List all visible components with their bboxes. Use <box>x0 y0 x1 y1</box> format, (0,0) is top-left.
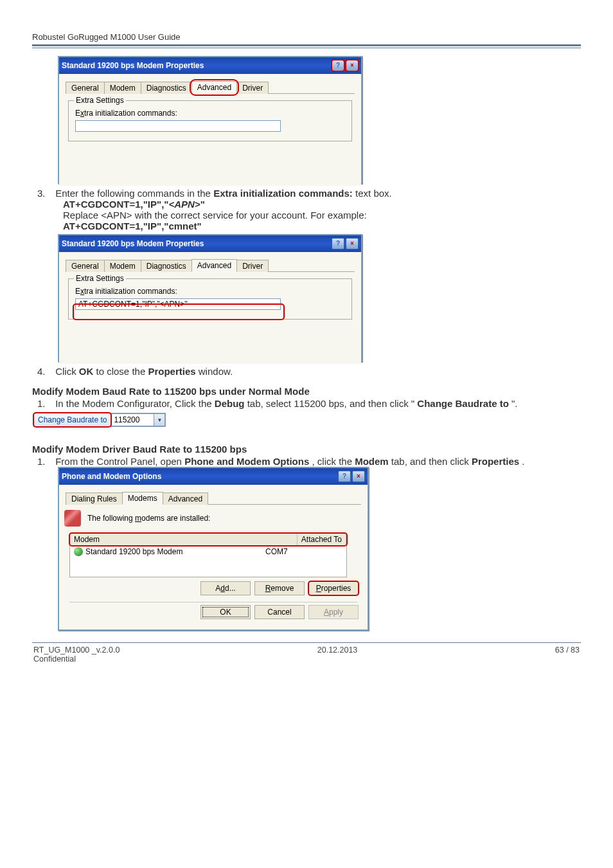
list-number: 3. <box>37 188 53 199</box>
body-text: Click <box>55 366 79 377</box>
ok-button[interactable]: OK <box>200 605 251 619</box>
tab-modems[interactable]: Modems <box>122 492 163 505</box>
body-text: Modem <box>355 456 389 467</box>
apply-button[interactable]: Apply <box>308 605 359 619</box>
footer-page: 63 / 83 <box>555 646 580 664</box>
dialog-title: Phone and Modem Options <box>62 472 161 481</box>
body-text: , click the <box>312 456 355 467</box>
tabstrip: General Modem Diagnostics Advanced Drive… <box>66 257 355 272</box>
field-label: Extra initialization commands: <box>75 287 345 296</box>
table-row[interactable]: Standard 19200 bps Modem COM7 <box>70 546 346 557</box>
remove-button[interactable]: Remove <box>254 581 305 595</box>
modem-properties-dialog: Standard 19200 bps Modem Properties ? × … <box>58 56 362 184</box>
tabstrip: General Modem Diagnostics Advanced Drive… <box>66 79 355 94</box>
body-text: <APN> <box>168 199 200 210</box>
body-text: text box. <box>355 188 392 199</box>
close-icon[interactable]: × <box>352 471 365 482</box>
body-text: OK <box>79 366 94 377</box>
dialog-title: Standard 19200 bps Modem Properties <box>62 61 204 70</box>
field-label: Extra initialization commands: <box>75 109 345 118</box>
extra-settings-group: Extra Settings Extra initialization comm… <box>68 278 352 320</box>
footer-confidential: Confidential <box>33 655 120 664</box>
footer-doc-id: RT_UG_M1000 _v.2.0.0 <box>33 646 120 655</box>
tab-dialing-rules[interactable]: Dialing Rules <box>66 493 123 505</box>
footer-date: 20.12.2013 <box>120 646 555 664</box>
modem-table: Modem Attached To Standard 19200 bps Mod… <box>69 533 347 577</box>
body-text: AT+CGDCONT=1,"IP","cmnet" <box>37 221 581 231</box>
cancel-button[interactable]: Cancel <box>254 605 305 619</box>
body-text: tab, and then click <box>391 456 472 467</box>
group-legend: Extra Settings <box>74 96 126 105</box>
phone-modem-icon <box>64 510 81 527</box>
modem-properties-dialog-2: Standard 19200 bps Modem Properties ? × … <box>58 234 362 362</box>
col-attached[interactable]: Attached To <box>298 534 346 545</box>
baudrate-input[interactable] <box>111 413 154 426</box>
extra-settings-group: Extra Settings Extra initialization comm… <box>68 100 352 141</box>
help-icon[interactable]: ? <box>332 60 344 71</box>
extra-init-input[interactable] <box>75 120 281 132</box>
section-heading: Modify Modem Baud Rate to 115200 bps und… <box>32 386 581 397</box>
body-text: AT+CGDCONT=1,"IP"," <box>63 199 168 210</box>
list-number: 4. <box>37 366 53 377</box>
tab-advanced[interactable]: Advanced <box>191 259 237 272</box>
body-text: . <box>522 456 524 467</box>
tab-diagnostics[interactable]: Diagnostics <box>141 82 192 94</box>
phone-modem-options-dialog: Phone and Modem Options ? × Dialing Rule… <box>58 467 369 631</box>
section-heading: Modify Modem Driver Baud Rate to 115200 … <box>32 444 581 455</box>
tab-driver[interactable]: Driver <box>236 82 269 94</box>
add-button[interactable]: Add... <box>200 581 251 595</box>
divider <box>32 44 581 46</box>
close-icon[interactable]: × <box>346 238 359 249</box>
list-number: 1. <box>37 398 53 409</box>
tab-advanced[interactable]: Advanced <box>163 493 208 505</box>
baudrate-bar: Change Baudrate to ▼ <box>33 413 166 427</box>
instruction-text: The following modems are installed: <box>87 514 210 523</box>
close-icon[interactable]: × <box>346 60 359 71</box>
tab-general[interactable]: General <box>66 82 105 94</box>
divider <box>32 48 581 48</box>
body-text: window. <box>199 366 233 377</box>
help-icon[interactable]: ? <box>332 238 344 249</box>
tab-diagnostics[interactable]: Diagnostics <box>141 260 192 272</box>
properties-button[interactable]: Properties <box>308 581 359 595</box>
body-text: Enter the following commands in the <box>55 188 213 199</box>
tab-driver[interactable]: Driver <box>236 260 269 272</box>
body-text: Debug <box>215 398 245 409</box>
chevron-down-icon[interactable]: ▼ <box>154 413 165 426</box>
tab-modem[interactable]: Modem <box>104 260 141 272</box>
modem-icon <box>74 547 83 556</box>
body-text: to close the <box>96 366 148 377</box>
help-icon[interactable]: ? <box>338 471 351 482</box>
body-text: ". <box>511 398 518 409</box>
divider <box>32 642 581 643</box>
group-legend: Extra Settings <box>74 274 126 283</box>
extra-init-input[interactable] <box>75 298 281 310</box>
list-number: 1. <box>37 456 53 467</box>
body-text: " <box>200 199 205 210</box>
change-baudrate-button[interactable]: Change Baudrate to <box>34 413 111 426</box>
body-text: From the Control Panel, open <box>55 456 184 467</box>
body-text: Properties <box>148 366 195 377</box>
cell-text: COM7 <box>262 546 346 557</box>
tab-advanced[interactable]: Advanced <box>191 81 237 94</box>
col-modem[interactable]: Modem <box>70 534 298 545</box>
tab-modem[interactable]: Modem <box>104 82 141 94</box>
dialog-title: Standard 19200 bps Modem Properties <box>62 239 204 248</box>
tabstrip: Dialing Rules Modems Advanced <box>66 490 361 505</box>
body-text: Replace <APN> with the correct service f… <box>37 210 581 221</box>
body-text: Properties <box>472 456 519 467</box>
page-header: Robustel GoRugged M1000 User Guide <box>32 32 581 42</box>
body-text: tab, select 115200 bps, and then click " <box>247 398 415 409</box>
body-text: Phone and Modem Options <box>184 456 309 467</box>
tab-general[interactable]: General <box>66 260 105 272</box>
body-text: Change Baudrate to <box>417 398 509 409</box>
body-text: In the Modem Configurator, Click the <box>55 398 215 409</box>
cell-text: Standard 19200 bps Modem <box>85 547 182 556</box>
body-text: Extra initialization commands: <box>213 188 353 199</box>
